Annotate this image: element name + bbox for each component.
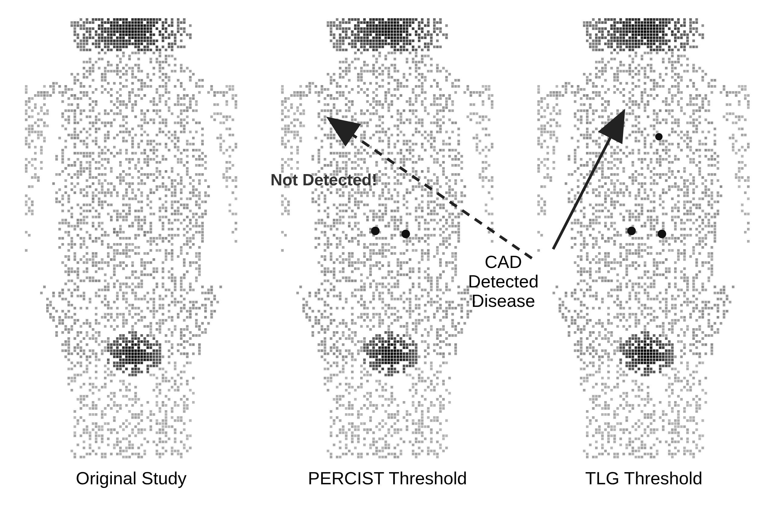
- svg-rect-89: [98, 27, 101, 30]
- svg-rect-5166: [412, 422, 415, 425]
- svg-rect-12: [131, 18, 134, 21]
- svg-rect-3913: [461, 201, 463, 203]
- svg-rect-4119: [360, 234, 363, 237]
- svg-rect-4164: [409, 240, 412, 243]
- svg-rect-5648: [619, 64, 622, 67]
- svg-rect-984: [159, 161, 161, 164]
- svg-rect-437: [125, 85, 128, 88]
- svg-rect-4649: [311, 325, 314, 328]
- svg-rect-2468: [137, 413, 140, 416]
- svg-rect-6177: [677, 143, 680, 146]
- svg-rect-78: [162, 24, 164, 27]
- svg-rect-7842: [674, 425, 677, 428]
- svg-rect-6196: [665, 146, 668, 149]
- svg-rect-4259: [357, 258, 360, 261]
- svg-rect-3610: [357, 158, 360, 161]
- svg-rect-3502: [479, 140, 482, 142]
- svg-rect-916: [119, 152, 122, 155]
- svg-rect-4581: [384, 313, 387, 316]
- svg-rect-4762: [320, 343, 323, 346]
- svg-rect-3834: [342, 191, 344, 194]
- svg-rect-6624: [629, 210, 631, 212]
- svg-rect-544: [189, 97, 192, 100]
- svg-rect-2294: [134, 368, 137, 370]
- svg-rect-4160: [351, 240, 354, 243]
- svg-rect-2533: [131, 428, 134, 431]
- svg-rect-4201: [445, 246, 448, 249]
- svg-rect-1692: [92, 276, 94, 279]
- svg-rect-2482: [171, 416, 173, 419]
- svg-rect-1081: [137, 176, 140, 179]
- svg-rect-5484: [680, 33, 683, 36]
- svg-rect-5991: [723, 115, 725, 118]
- svg-rect-1380: [64, 222, 67, 225]
- svg-rect-4565: [436, 310, 439, 313]
- svg-rect-2568: [189, 434, 192, 437]
- svg-rect-6480: [626, 188, 628, 191]
- svg-rect-4790: [333, 346, 335, 349]
- svg-rect-3427: [378, 131, 381, 133]
- svg-rect-4639: [378, 322, 381, 325]
- svg-rect-1135: [86, 185, 88, 188]
- svg-rect-6434: [589, 182, 592, 185]
- svg-rect-6130: [589, 137, 592, 139]
- svg-rect-1917: [110, 313, 113, 316]
- svg-rect-4057: [445, 222, 448, 225]
- svg-rect-4754: [400, 340, 403, 343]
- svg-rect-1621: [140, 261, 143, 264]
- svg-rect-4004: [372, 216, 375, 218]
- svg-rect-2310: [146, 371, 149, 373]
- svg-rect-6556: [747, 197, 750, 200]
- svg-rect-3270: [320, 109, 323, 112]
- svg-rect-6796: [574, 237, 577, 240]
- svg-rect-4779: [409, 343, 412, 346]
- svg-rect-5930: [553, 109, 555, 112]
- svg-rect-4410: [436, 286, 439, 288]
- svg-rect-799: [219, 134, 222, 136]
- svg-rect-1183: [131, 191, 134, 194]
- svg-rect-4882: [406, 355, 409, 358]
- svg-rect-5588: [683, 46, 686, 48]
- svg-rect-2897: [388, 43, 390, 45]
- svg-rect-7499: [583, 352, 586, 355]
- svg-rect-6522: [604, 194, 607, 197]
- svg-rect-115: [89, 30, 91, 33]
- svg-rect-1608: [61, 261, 64, 264]
- svg-rect-424: [180, 82, 183, 85]
- svg-rect-4553: [455, 307, 457, 310]
- svg-rect-1441: [104, 231, 107, 234]
- svg-rect-7980: [671, 456, 674, 458]
- svg-rect-2315: [77, 374, 79, 376]
- svg-rect-6988: [607, 270, 610, 273]
- svg-rect-3154: [464, 91, 466, 94]
- svg-rect-3929: [418, 204, 421, 206]
- svg-rect-6496: [598, 191, 601, 194]
- svg-rect-836: [149, 140, 152, 142]
- svg-rect-6651: [689, 213, 692, 215]
- svg-rect-484: [92, 91, 94, 94]
- svg-rect-719: [195, 122, 198, 124]
- svg-rect-7908: [641, 441, 643, 443]
- svg-rect-5720: [586, 79, 589, 82]
- svg-rect-1880: [125, 307, 128, 310]
- svg-rect-6144: [537, 140, 540, 142]
- svg-rect-258: [125, 46, 128, 48]
- svg-rect-2659: [180, 456, 183, 458]
- svg-rect-131: [143, 30, 146, 33]
- svg-rect-3141: [336, 91, 338, 94]
- svg-rect-4636: [345, 322, 348, 325]
- svg-rect-188: [149, 36, 152, 39]
- svg-rect-1031: [80, 170, 82, 173]
- svg-rect-7064: [638, 286, 640, 288]
- svg-rect-2214: [125, 355, 128, 358]
- svg-rect-2646: [177, 453, 180, 455]
- svg-rect-1750: [180, 286, 183, 288]
- svg-rect-7004: [653, 273, 656, 276]
- svg-rect-4902: [400, 359, 403, 361]
- svg-rect-6865: [537, 249, 540, 252]
- svg-rect-6822: [607, 240, 610, 243]
- svg-rect-3684: [442, 167, 445, 170]
- svg-rect-3447: [360, 134, 363, 136]
- svg-rect-6693: [671, 219, 674, 221]
- svg-rect-4533: [330, 307, 332, 310]
